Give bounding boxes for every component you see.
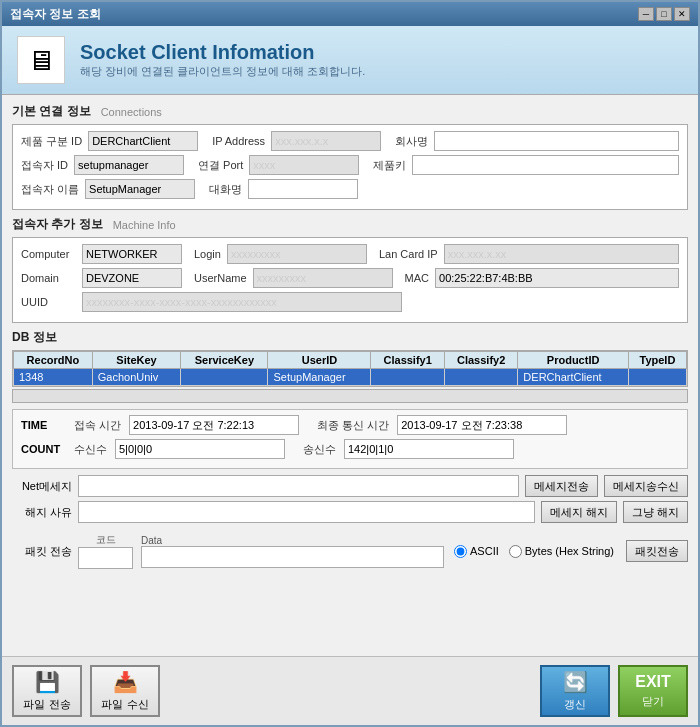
main-window: 접속자 정보 조회 ─ □ ✕ 🖥 Socket Client Infomati… (0, 0, 700, 727)
dialog-input[interactable] (248, 179, 358, 199)
refresh-icon: 🔄 (563, 670, 588, 694)
close-button[interactable]: ✕ (674, 7, 690, 21)
basic-section-header: 기본 연결 정보 Connections (12, 103, 688, 120)
count-label: COUNT (21, 443, 66, 455)
window-title: 접속자 정보 조회 (10, 6, 101, 23)
dialog-label: 대화명 (209, 182, 242, 197)
cell-service-key (181, 369, 268, 386)
col-record-no: RecordNo (14, 352, 93, 369)
basic-row-2: 접속자 ID 연결 Port 제품키 (21, 155, 679, 175)
cell-site-key: GachonUniv (92, 369, 181, 386)
conn-time-input[interactable] (129, 415, 299, 435)
computer-input[interactable] (82, 244, 182, 264)
table-row[interactable]: 1348 GachonUniv SetupManager DERChartCli… (14, 369, 687, 386)
db-table-header: RecordNo SiteKey ServiceKey UserID Class… (14, 352, 687, 369)
cancel-label: 해지 사유 (12, 505, 72, 520)
header-icon: 🖥 (17, 36, 65, 84)
login-label: Login (194, 248, 221, 260)
packet-data-input[interactable] (141, 546, 444, 568)
header-text: Socket Client Infomation 해당 장비에 연결된 클라이언… (80, 41, 365, 79)
cancel-row: 해지 사유 메세지 해지 그냥 해지 (12, 501, 688, 523)
username-input[interactable] (253, 268, 393, 288)
col-user-id: UserID (268, 352, 371, 369)
connector-name-input[interactable] (85, 179, 195, 199)
col-service-key: ServiceKey (181, 352, 268, 369)
last-comm-input[interactable] (397, 415, 567, 435)
uuid-input[interactable] (82, 292, 402, 312)
cancel-input[interactable] (78, 501, 535, 523)
file-recv-icon: 📥 (113, 670, 138, 694)
db-section-header: DB 정보 (12, 329, 688, 346)
packet-send-button[interactable]: 패킷전송 (626, 540, 688, 562)
recv-label: 수신수 (74, 442, 107, 457)
domain-label: Domain (21, 272, 76, 284)
mac-input[interactable] (435, 268, 679, 288)
conn-port-input[interactable] (249, 155, 359, 175)
lan-card-ip-input[interactable] (444, 244, 679, 264)
file-send-button[interactable]: 💾 파일 전송 (12, 665, 82, 717)
packet-code-input[interactable] (78, 547, 133, 569)
extra-connection-section: 접속자 추가 정보 Machine Info Computer Login La… (12, 216, 688, 323)
company-input[interactable] (434, 131, 679, 151)
cell-classify2 (444, 369, 517, 386)
net-msg-input[interactable] (78, 475, 519, 497)
packet-label: 패킷 전송 (12, 544, 72, 559)
net-msg-row: Net메세지 메세지전송 메세지송수신 (12, 475, 688, 497)
product-id-label: 제품 구분 ID (21, 134, 82, 149)
time-row: TIME 접속 시간 최종 통신 시간 (21, 415, 679, 435)
lan-card-ip-label: Lan Card IP (379, 248, 438, 260)
radio-ascii[interactable]: ASCII (454, 545, 499, 558)
refresh-button[interactable]: 🔄 갱신 (540, 665, 610, 717)
recv-input[interactable] (115, 439, 285, 459)
exit-label: 닫기 (642, 694, 664, 709)
file-send-label: 파일 전송 (23, 697, 70, 712)
ip-address-input[interactable] (271, 131, 381, 151)
login-input[interactable] (227, 244, 367, 264)
file-recv-button[interactable]: 📥 파일 수신 (90, 665, 160, 717)
product-id-input[interactable] (88, 131, 198, 151)
radio-ascii-input[interactable] (454, 545, 467, 558)
time-label: TIME (21, 419, 66, 431)
send-msg-button[interactable]: 메세지전송 (525, 475, 598, 497)
extra-section-body: Computer Login Lan Card IP Domain UserNa… (12, 237, 688, 323)
connector-id-label: 접속자 ID (21, 158, 68, 173)
send-label: 송신수 (303, 442, 336, 457)
cell-record-no: 1348 (14, 369, 93, 386)
basic-row-1: 제품 구분 ID IP Address 회사명 (21, 131, 679, 151)
uuid-label: UUID (21, 296, 76, 308)
col-product-id: ProductID (518, 352, 629, 369)
mac-label: MAC (405, 272, 429, 284)
time-count-section: TIME 접속 시간 최종 통신 시간 COUNT 수신수 송신수 (12, 409, 688, 469)
packet-section: 패킷 전송 코드 Data ASCII Bytes (H (12, 533, 688, 569)
exit-button[interactable]: EXIT 닫기 (618, 665, 688, 717)
minimize-button[interactable]: ─ (638, 7, 654, 21)
basic-title-kr: 기본 연결 정보 (12, 103, 91, 120)
extra-title-kr: 접속자 추가 정보 (12, 216, 103, 233)
message-section: Net메세지 메세지전송 메세지송수신 해지 사유 메세지 해지 그냥 해지 (12, 475, 688, 527)
recv-msg-button[interactable]: 메세지송수신 (604, 475, 688, 497)
just-cancel-button[interactable]: 그냥 해지 (623, 501, 688, 523)
send-input[interactable] (344, 439, 514, 459)
radio-bytes-input[interactable] (509, 545, 522, 558)
radio-bytes[interactable]: Bytes (Hex String) (509, 545, 614, 558)
db-table: RecordNo SiteKey ServiceKey UserID Class… (13, 351, 687, 386)
exit-icon: EXIT (635, 673, 671, 691)
cell-product-id: DERChartClient (518, 369, 629, 386)
horizontal-scrollbar[interactable] (12, 389, 688, 403)
maximize-button[interactable]: □ (656, 7, 672, 21)
connector-id-input[interactable] (74, 155, 184, 175)
extra-row-3: UUID (21, 292, 679, 312)
app-subtitle: 해당 장비에 연결된 클라이언트의 정보에 대해 조회합니다. (80, 64, 365, 79)
product-key-input[interactable] (412, 155, 679, 175)
msg-cancel-button[interactable]: 메세지 해지 (541, 501, 617, 523)
title-bar: 접속자 정보 조회 ─ □ ✕ (2, 2, 698, 26)
db-table-container[interactable]: RecordNo SiteKey ServiceKey UserID Class… (12, 350, 688, 387)
file-send-icon: 💾 (35, 670, 60, 694)
content-area: 기본 연결 정보 Connections 제품 구분 ID IP Address… (2, 95, 698, 656)
connector-name-label: 접속자 이름 (21, 182, 79, 197)
db-title: DB 정보 (12, 329, 57, 346)
domain-input[interactable] (82, 268, 182, 288)
col-type-id: TypeID (628, 352, 686, 369)
extra-row-2: Domain UserName MAC (21, 268, 679, 288)
app-title: Socket Client Infomation (80, 41, 365, 64)
